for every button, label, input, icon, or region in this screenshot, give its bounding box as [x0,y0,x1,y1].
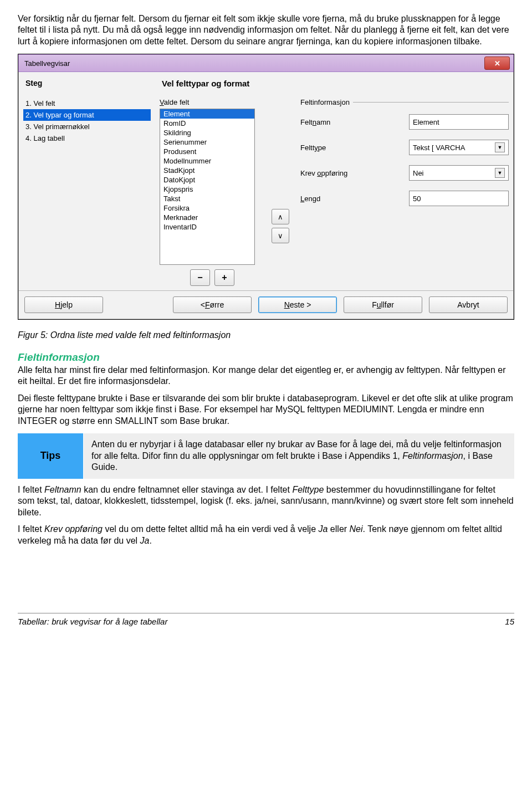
dialog-body: Steg 1. Vel felt 2. Vel typar og format … [18,72,514,291]
dropdown-icon: ▼ [495,142,505,152]
field-item[interactable]: Merknader [160,213,254,222]
feltnamn-label: Feltnamn [300,118,400,126]
field-item[interactable]: Kjopspris [160,185,254,194]
main-heading: Vel felttypar og format [160,75,509,98]
field-item[interactable]: Produsent [160,147,254,156]
move-up-button[interactable]: ∧ [272,209,289,224]
step-2[interactable]: 2. Vel typar og format [23,109,151,121]
footer-title: Tabellar: bruk vegvisar for å lage tabel… [18,617,167,626]
cancel-button[interactable]: Avbryt [429,296,508,313]
krev-label: Krev oppføring [300,169,400,177]
tips-label: Tips [18,433,84,478]
close-icon: ✕ [494,59,500,68]
selected-fields-label: Valde felt [160,98,265,109]
felttype-select[interactable]: Tekst [ VARCHA ▼ [409,140,509,155]
field-item[interactable]: RomID [160,119,254,128]
field-item[interactable]: Skildring [160,128,254,137]
help-button[interactable]: Hjelp [24,296,103,313]
field-info-panel: Feltinformasjon Feltnamn Element Felttyp… [300,98,509,216]
field-info-group-title: Feltinformasjon [300,98,350,106]
figure-caption: Figur 5: Ordna liste med valde felt med … [18,330,514,341]
body-paragraph: Dei fleste felttypane brukte i Base er t… [18,393,514,427]
krev-select[interactable]: Nei ▼ [409,165,509,181]
dropdown-icon: ▼ [495,168,505,178]
dialog-button-row: Hjelp < Førre Neste > Fullfør Avbryt [18,291,514,319]
chevron-down-icon: ∨ [278,232,283,240]
field-item[interactable]: DatoKjopt [160,175,254,185]
section-heading: Fieltinformasjon [18,351,514,364]
field-item[interactable]: Forsikra [160,203,254,213]
body-paragraph: I feltet Feltnamn kan du endre feltnamne… [18,484,514,518]
field-item[interactable]: Element [160,109,254,119]
felttype-label: Felttype [300,144,400,152]
next-button[interactable]: Neste > [258,296,337,313]
finish-button[interactable]: Fullfør [344,296,422,313]
intro-paragraph: Ver forsiktig når du fjernar felt. Derso… [18,13,514,47]
field-item[interactable]: Takst [160,194,254,203]
main-panel: Vel felttypar og format Valde felt Eleme… [160,75,509,286]
body-paragraph: Alle felta har minst fire delar med felt… [18,365,514,387]
dialog-titlebar: Tabellvegvisar ✕ [18,54,514,72]
page-number: 15 [505,617,514,626]
lengd-input[interactable]: 50 [409,191,509,206]
remove-field-button[interactable]: − [190,269,210,286]
step-3[interactable]: 3. Vel primærnøkkel [23,121,151,132]
step-1[interactable]: 1. Vel felt [23,98,151,109]
prev-button[interactable]: < Førre [173,296,252,313]
field-item[interactable]: InventarID [160,222,254,232]
steps-panel: Steg 1. Vel felt 2. Vel typar og format … [23,75,151,286]
steps-heading: Steg [23,75,151,98]
tips-box: Tips Anten du er nybyrjar i å lage datab… [18,433,514,478]
field-item[interactable]: Modellnummer [160,156,254,166]
tips-body: Anten du er nybyrjar i å lage databasar … [84,433,514,478]
field-item[interactable]: Serienummer [160,137,254,147]
add-field-button[interactable]: + [214,269,234,286]
page-footer: Tabellar: bruk vegvisar for å lage tabel… [18,613,514,626]
move-down-button[interactable]: ∨ [272,228,289,243]
step-4[interactable]: 4. Lag tabell [23,132,151,144]
field-list[interactable]: Element RomID Skildring Serienummer Prod… [160,109,255,265]
lengd-label: Lengd [300,195,400,203]
dialog-title: Tabellvegvisar [24,59,70,68]
feltnamn-input[interactable]: Element [409,114,509,130]
close-button[interactable]: ✕ [484,57,510,70]
chevron-up-icon: ∧ [278,213,283,221]
body-paragraph: I feltet Krev oppføring vel du om dette … [18,524,514,546]
field-item[interactable]: StadKjopt [160,166,254,175]
wizard-dialog: Tabellvegvisar ✕ Steg 1. Vel felt 2. Vel… [18,54,514,320]
